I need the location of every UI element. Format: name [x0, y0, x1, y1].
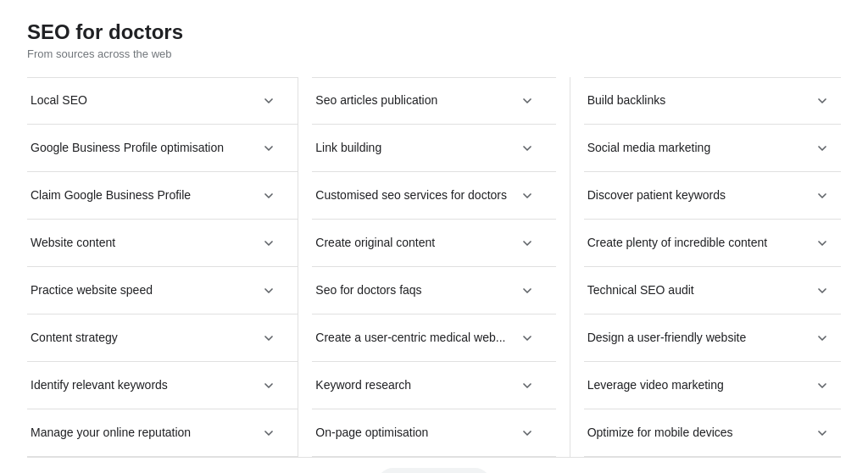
chevron-down-icon [260, 187, 277, 204]
grid-column-2: Seo articles publicationLink buildingCus… [298, 77, 569, 457]
accordion-label: Google Business Profile optimisation [31, 140, 253, 157]
accordion-item[interactable]: Manage your online reputation [27, 409, 298, 457]
accordion-label: Keyword research [315, 377, 511, 394]
accordion-label: Link building [315, 140, 511, 157]
accordion-label: Create a user-centric medical web... [315, 330, 511, 347]
accordion-item[interactable]: Claim Google Business Profile [27, 172, 298, 220]
page-title: SEO for doctors [27, 20, 841, 44]
accordion-item[interactable]: Design a user-friendly website [584, 314, 841, 362]
chevron-down-icon [519, 425, 536, 442]
chevron-down-icon [519, 235, 536, 252]
chevron-down-icon [814, 187, 831, 204]
accordion-label: Leverage video marketing [587, 377, 807, 394]
chevron-down-icon [260, 377, 277, 394]
accordion-item[interactable]: Local SEO [27, 77, 298, 125]
accordion-item[interactable]: Discover patient keywords [584, 172, 841, 220]
accordion-item[interactable]: Identify relevant keywords [27, 362, 298, 409]
chevron-down-icon [260, 282, 277, 299]
accordion-item[interactable]: Customised seo services for doctors [312, 172, 555, 220]
accordion-label: Technical SEO audit [587, 282, 807, 299]
chevron-down-icon [814, 140, 831, 157]
accordion-item[interactable]: Optimize for mobile devices [584, 409, 841, 457]
accordion-item[interactable]: Create plenty of incredible content [584, 220, 841, 267]
chevron-down-icon [519, 377, 536, 394]
accordion-label: Build backlinks [587, 92, 807, 109]
chevron-down-icon [519, 92, 536, 109]
page-container: SEO for doctors From sources across the … [0, 0, 868, 473]
accordion-label: Create plenty of incredible content [587, 235, 807, 252]
accordion-label: Manage your online reputation [31, 425, 253, 442]
chevron-down-icon [814, 282, 831, 299]
show-less-button[interactable]: Show less [377, 468, 491, 473]
accordion-label: Seo for doctors faqs [315, 282, 511, 299]
accordion-label: On-page optimisation [315, 425, 511, 442]
accordion-label: Website content [31, 235, 253, 252]
accordion-label: Practice website speed [31, 282, 253, 299]
accordion-label: Identify relevant keywords [31, 377, 253, 394]
chevron-down-icon [260, 330, 277, 347]
chevron-down-icon [814, 92, 831, 109]
page-subtitle: From sources across the web [27, 47, 841, 60]
chevron-down-icon [519, 140, 536, 157]
grid-column-1: Local SEOGoogle Business Profile optimis… [27, 77, 298, 457]
accordion-grid: Local SEOGoogle Business Profile optimis… [27, 77, 841, 457]
accordion-label: Social media marketing [587, 140, 807, 157]
accordion-item[interactable]: Content strategy [27, 314, 298, 362]
chevron-down-icon [814, 425, 831, 442]
accordion-label: Content strategy [31, 330, 253, 347]
accordion-item[interactable]: Build backlinks [584, 77, 841, 125]
accordion-item[interactable]: Seo for doctors faqs [312, 267, 555, 314]
accordion-item[interactable]: Create a user-centric medical web... [312, 314, 555, 362]
accordion-label: Discover patient keywords [587, 187, 807, 204]
chevron-down-icon [814, 377, 831, 394]
footer-row: Show less Feedback [27, 457, 841, 473]
chevron-down-icon [260, 235, 277, 252]
chevron-down-icon [519, 330, 536, 347]
accordion-item[interactable]: Seo articles publication [312, 77, 555, 125]
chevron-down-icon [519, 282, 536, 299]
accordion-item[interactable]: Keyword research [312, 362, 555, 409]
accordion-item[interactable]: Google Business Profile optimisation [27, 125, 298, 172]
accordion-label: Optimize for mobile devices [587, 425, 807, 442]
accordion-item[interactable]: Social media marketing [584, 125, 841, 172]
accordion-label: Create original content [315, 235, 511, 252]
accordion-item[interactable]: On-page optimisation [312, 409, 555, 457]
chevron-down-icon [814, 235, 831, 252]
accordion-label: Design a user-friendly website [587, 330, 807, 347]
accordion-item[interactable]: Leverage video marketing [584, 362, 841, 409]
grid-column-3: Build backlinksSocial media marketingDis… [570, 77, 841, 457]
chevron-down-icon [260, 425, 277, 442]
accordion-item[interactable]: Website content [27, 220, 298, 267]
accordion-label: Customised seo services for doctors [315, 187, 511, 204]
accordion-item[interactable]: Technical SEO audit [584, 267, 841, 314]
accordion-label: Claim Google Business Profile [31, 187, 253, 204]
chevron-down-icon [814, 330, 831, 347]
accordion-item[interactable]: Practice website speed [27, 267, 298, 314]
accordion-item[interactable]: Link building [312, 125, 555, 172]
chevron-down-icon [260, 140, 277, 157]
chevron-down-icon [260, 92, 277, 109]
accordion-item[interactable]: Create original content [312, 220, 555, 267]
chevron-down-icon [519, 187, 536, 204]
accordion-label: Local SEO [31, 92, 253, 109]
accordion-label: Seo articles publication [315, 92, 511, 109]
